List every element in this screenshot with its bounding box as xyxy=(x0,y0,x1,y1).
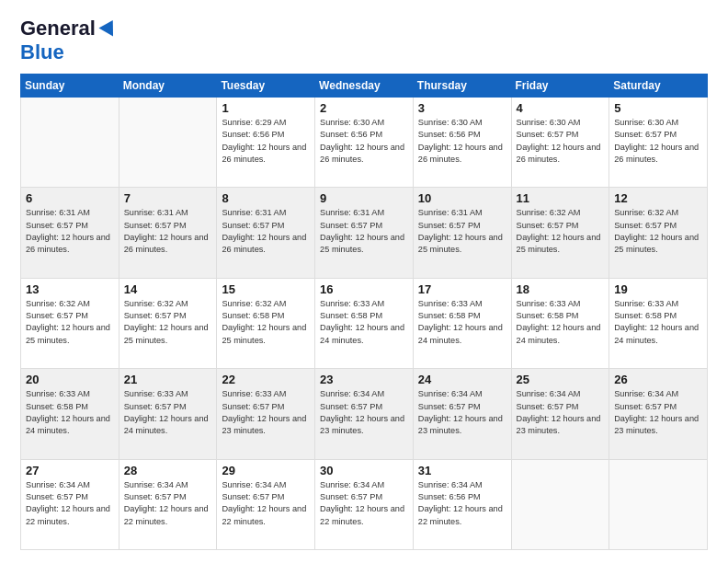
cell-info: Sunrise: 6:34 AMSunset: 6:57 PMDaylight:… xyxy=(124,479,212,528)
logo-triangle-icon xyxy=(98,16,119,36)
calendar-cell: 24Sunrise: 6:34 AMSunset: 6:57 PMDayligh… xyxy=(413,369,511,459)
calendar-cell: 20Sunrise: 6:33 AMSunset: 6:58 PMDayligh… xyxy=(21,369,119,459)
cell-info: Sunrise: 6:31 AMSunset: 6:57 PMDaylight:… xyxy=(124,207,212,256)
calendar-cell: 22Sunrise: 6:33 AMSunset: 6:57 PMDayligh… xyxy=(217,369,315,459)
calendar-cell xyxy=(609,459,708,549)
cell-info: Sunrise: 6:31 AMSunset: 6:57 PMDaylight:… xyxy=(26,207,114,256)
cell-info: Sunrise: 6:34 AMSunset: 6:57 PMDaylight:… xyxy=(614,388,702,437)
cell-info: Sunrise: 6:30 AMSunset: 6:57 PMDaylight:… xyxy=(517,117,605,166)
calendar-week-row: 6Sunrise: 6:31 AMSunset: 6:57 PMDaylight… xyxy=(21,188,708,278)
cell-info: Sunrise: 6:32 AMSunset: 6:57 PMDaylight:… xyxy=(26,298,114,347)
cell-info: Sunrise: 6:34 AMSunset: 6:57 PMDaylight:… xyxy=(320,479,408,528)
day-number: 24 xyxy=(418,373,506,386)
calendar-week-row: 13Sunrise: 6:32 AMSunset: 6:57 PMDayligh… xyxy=(21,278,708,368)
calendar-cell: 1Sunrise: 6:29 AMSunset: 6:56 PMDaylight… xyxy=(217,98,315,188)
calendar-cell: 14Sunrise: 6:32 AMSunset: 6:57 PMDayligh… xyxy=(119,278,217,368)
day-number: 15 xyxy=(222,282,310,296)
cell-info: Sunrise: 6:34 AMSunset: 6:57 PMDaylight:… xyxy=(517,388,605,437)
day-number: 31 xyxy=(418,464,506,477)
day-number: 17 xyxy=(418,282,506,296)
day-number: 16 xyxy=(320,282,408,296)
cell-info: Sunrise: 6:31 AMSunset: 6:57 PMDaylight:… xyxy=(222,207,310,256)
cell-info: Sunrise: 6:33 AMSunset: 6:57 PMDaylight:… xyxy=(222,388,310,437)
day-number: 1 xyxy=(222,101,310,115)
cell-info: Sunrise: 6:31 AMSunset: 6:57 PMDaylight:… xyxy=(418,207,506,256)
cell-info: Sunrise: 6:32 AMSunset: 6:57 PMDaylight:… xyxy=(614,207,702,256)
calendar-cell: 16Sunrise: 6:33 AMSunset: 6:58 PMDayligh… xyxy=(315,278,414,368)
logo-general: General xyxy=(20,17,96,40)
cell-info: Sunrise: 6:34 AMSunset: 6:57 PMDaylight:… xyxy=(320,388,408,437)
calendar-cell: 3Sunrise: 6:30 AMSunset: 6:56 PMDaylight… xyxy=(413,98,511,188)
calendar-week-row: 27Sunrise: 6:34 AMSunset: 6:57 PMDayligh… xyxy=(21,459,708,549)
day-number: 6 xyxy=(26,191,114,205)
cell-info: Sunrise: 6:34 AMSunset: 6:56 PMDaylight:… xyxy=(418,479,506,528)
cell-info: Sunrise: 6:32 AMSunset: 6:57 PMDaylight:… xyxy=(124,298,212,347)
day-number: 27 xyxy=(26,464,114,477)
calendar-cell: 25Sunrise: 6:34 AMSunset: 6:57 PMDayligh… xyxy=(511,369,609,459)
calendar-cell xyxy=(119,98,217,188)
calendar-cell: 9Sunrise: 6:31 AMSunset: 6:57 PMDaylight… xyxy=(315,188,414,278)
calendar-cell: 27Sunrise: 6:34 AMSunset: 6:57 PMDayligh… xyxy=(21,459,119,549)
day-number: 26 xyxy=(614,373,702,386)
day-number: 29 xyxy=(222,464,310,477)
calendar-cell: 15Sunrise: 6:32 AMSunset: 6:58 PMDayligh… xyxy=(217,278,315,368)
logo: General Blue xyxy=(20,17,118,64)
calendar-cell: 26Sunrise: 6:34 AMSunset: 6:57 PMDayligh… xyxy=(609,369,708,459)
cell-info: Sunrise: 6:29 AMSunset: 6:56 PMDaylight:… xyxy=(222,117,310,166)
day-number: 2 xyxy=(320,101,408,115)
calendar-cell: 4Sunrise: 6:30 AMSunset: 6:57 PMDaylight… xyxy=(511,98,609,188)
calendar-cell: 5Sunrise: 6:30 AMSunset: 6:57 PMDaylight… xyxy=(609,98,708,188)
day-number: 5 xyxy=(614,101,702,115)
cell-info: Sunrise: 6:34 AMSunset: 6:57 PMDaylight:… xyxy=(222,479,310,528)
calendar-cell: 29Sunrise: 6:34 AMSunset: 6:57 PMDayligh… xyxy=(217,459,315,549)
calendar-cell: 30Sunrise: 6:34 AMSunset: 6:57 PMDayligh… xyxy=(315,459,414,549)
cell-info: Sunrise: 6:33 AMSunset: 6:58 PMDaylight:… xyxy=(614,298,702,347)
cell-info: Sunrise: 6:33 AMSunset: 6:58 PMDaylight:… xyxy=(517,298,605,347)
cell-info: Sunrise: 6:30 AMSunset: 6:56 PMDaylight:… xyxy=(320,117,408,166)
cell-info: Sunrise: 6:32 AMSunset: 6:57 PMDaylight:… xyxy=(517,207,605,256)
day-number: 14 xyxy=(124,282,212,296)
day-number: 21 xyxy=(124,373,212,386)
day-number: 8 xyxy=(222,191,310,205)
calendar-header-sunday: Sunday xyxy=(21,75,119,98)
cell-info: Sunrise: 6:31 AMSunset: 6:57 PMDaylight:… xyxy=(320,207,408,256)
calendar-cell xyxy=(21,98,119,188)
calendar-header-thursday: Thursday xyxy=(413,75,511,98)
calendar-cell: 13Sunrise: 6:32 AMSunset: 6:57 PMDayligh… xyxy=(21,278,119,368)
header: General Blue xyxy=(20,17,708,64)
day-number: 12 xyxy=(614,191,702,205)
day-number: 22 xyxy=(222,373,310,386)
calendar-cell: 28Sunrise: 6:34 AMSunset: 6:57 PMDayligh… xyxy=(119,459,217,549)
calendar-header-row: SundayMondayTuesdayWednesdayThursdayFrid… xyxy=(21,75,708,98)
calendar-cell: 2Sunrise: 6:30 AMSunset: 6:56 PMDaylight… xyxy=(315,98,414,188)
day-number: 28 xyxy=(124,464,212,477)
calendar-cell: 12Sunrise: 6:32 AMSunset: 6:57 PMDayligh… xyxy=(609,188,708,278)
day-number: 11 xyxy=(517,191,605,205)
day-number: 23 xyxy=(320,373,408,386)
cell-info: Sunrise: 6:33 AMSunset: 6:57 PMDaylight:… xyxy=(124,388,212,437)
day-number: 18 xyxy=(517,282,605,296)
calendar-cell: 7Sunrise: 6:31 AMSunset: 6:57 PMDaylight… xyxy=(119,188,217,278)
calendar-header-friday: Friday xyxy=(511,75,609,98)
calendar-cell: 19Sunrise: 6:33 AMSunset: 6:58 PMDayligh… xyxy=(609,278,708,368)
calendar-cell: 6Sunrise: 6:31 AMSunset: 6:57 PMDaylight… xyxy=(21,188,119,278)
calendar-cell: 17Sunrise: 6:33 AMSunset: 6:58 PMDayligh… xyxy=(413,278,511,368)
cell-info: Sunrise: 6:33 AMSunset: 6:58 PMDaylight:… xyxy=(320,298,408,347)
calendar-cell xyxy=(511,459,609,549)
cell-info: Sunrise: 6:30 AMSunset: 6:57 PMDaylight:… xyxy=(614,117,702,166)
calendar-header-saturday: Saturday xyxy=(609,75,708,98)
day-number: 30 xyxy=(320,464,408,477)
calendar-cell: 8Sunrise: 6:31 AMSunset: 6:57 PMDaylight… xyxy=(217,188,315,278)
day-number: 10 xyxy=(418,191,506,205)
day-number: 25 xyxy=(517,373,605,386)
logo-blue: Blue xyxy=(20,40,64,64)
cell-info: Sunrise: 6:34 AMSunset: 6:57 PMDaylight:… xyxy=(418,388,506,437)
day-number: 3 xyxy=(418,101,506,115)
calendar-cell: 21Sunrise: 6:33 AMSunset: 6:57 PMDayligh… xyxy=(119,369,217,459)
calendar-week-row: 1Sunrise: 6:29 AMSunset: 6:56 PMDaylight… xyxy=(21,98,708,188)
cell-info: Sunrise: 6:34 AMSunset: 6:57 PMDaylight:… xyxy=(26,479,114,528)
cell-info: Sunrise: 6:30 AMSunset: 6:56 PMDaylight:… xyxy=(418,117,506,166)
page: General Blue SundayMondayTuesdayWednesda… xyxy=(0,0,728,563)
calendar-header-tuesday: Tuesday xyxy=(217,75,315,98)
cell-info: Sunrise: 6:33 AMSunset: 6:58 PMDaylight:… xyxy=(418,298,506,347)
